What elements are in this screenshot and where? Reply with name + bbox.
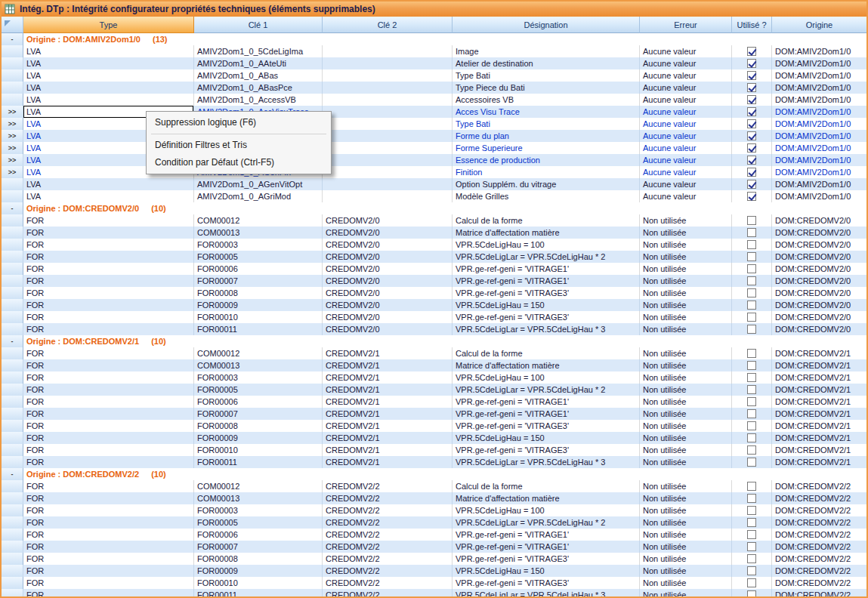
cell-cle1[interactable]: COM00013 <box>194 492 323 504</box>
column-header-cle1[interactable]: Clé 1 <box>194 17 323 33</box>
used-checkbox[interactable] <box>747 192 756 201</box>
cell-designation[interactable]: Essence de production <box>453 154 640 166</box>
select-all-corner[interactable] <box>2 17 23 33</box>
row-selector[interactable] <box>2 251 23 263</box>
cell-utilise[interactable] <box>732 553 772 565</box>
row-selector[interactable] <box>2 529 23 541</box>
cell-type[interactable]: FOR <box>23 480 194 492</box>
row-selector[interactable] <box>2 456 23 468</box>
used-checkbox[interactable] <box>747 168 756 177</box>
used-checkbox[interactable] <box>747 482 756 491</box>
cell-designation[interactable]: VPR.5CdeLigHau = 150 <box>453 565 640 577</box>
cell-cle2[interactable] <box>323 142 453 154</box>
table-row[interactable]: LVAAMIV2Dom1_0_AGriModModèle GrillesAucu… <box>2 190 866 202</box>
cell-erreur[interactable]: Non utilisée <box>640 553 732 565</box>
cell-cle1[interactable]: AMIV2Dom1_0_5CdeLigIma <box>194 45 323 57</box>
cell-type[interactable]: FOR <box>23 239 194 251</box>
cell-designation[interactable]: VPR.ge-ref-geni = 'VITRAGE1' <box>453 408 640 420</box>
group-collapse-toggle[interactable]: - <box>2 202 23 214</box>
cell-cle2[interactable]: CREDOMV2/1 <box>323 444 453 456</box>
cell-erreur[interactable]: Non utilisée <box>640 251 732 263</box>
cell-type[interactable]: FOR <box>23 444 194 456</box>
used-checkbox[interactable] <box>747 433 756 442</box>
used-checkbox[interactable] <box>747 131 756 140</box>
cell-origine[interactable]: DOM:CREDOMV2/0 <box>772 227 866 239</box>
cell-cle2[interactable] <box>323 118 453 130</box>
row-selector[interactable] <box>2 178 23 190</box>
cell-type[interactable]: FOR <box>23 287 194 299</box>
cell-utilise[interactable] <box>732 371 772 384</box>
table-row[interactable]: FORFOR00006CREDOMV2/0VPR.ge-ref-geni = '… <box>2 263 866 275</box>
cell-designation[interactable]: Accessoires VB <box>453 94 640 106</box>
cell-erreur[interactable]: Non utilisée <box>640 263 732 275</box>
table-row[interactable]: LVAAMIV2Dom1_0_AAteUtiAtelier de destina… <box>2 57 866 69</box>
cell-utilise[interactable] <box>732 299 772 311</box>
cell-cle1[interactable]: FOR00007 <box>194 275 323 287</box>
cell-type[interactable]: FOR <box>23 275 194 287</box>
table-row[interactable]: FORFOR00005CREDOMV2/0VPR.5CdeLigLar = VP… <box>2 251 866 263</box>
table-row[interactable]: FORCOM00012CREDOMV2/1Calcul de la formeN… <box>2 347 866 359</box>
row-selector[interactable] <box>2 408 23 420</box>
cell-erreur[interactable]: Aucune valeur <box>640 190 732 202</box>
cell-utilise[interactable] <box>732 82 772 94</box>
cell-erreur[interactable]: Non utilisée <box>640 565 732 577</box>
cell-cle1[interactable]: FOR00005 <box>194 384 323 396</box>
cell-origine[interactable]: DOM:CREDOMV2/1 <box>772 384 866 396</box>
cell-type[interactable]: FOR <box>23 553 194 565</box>
used-checkbox[interactable] <box>747 409 756 418</box>
table-row[interactable]: FORFOR00003CREDOMV2/2VPR.5CdeLigHau = 10… <box>2 504 866 516</box>
used-checkbox[interactable] <box>747 445 756 455</box>
table-row[interactable]: FORFOR00010CREDOMV2/1VPR.ge-ref-geni = '… <box>2 444 866 456</box>
cell-cle2[interactable]: CREDOMV2/2 <box>323 553 453 565</box>
cell-erreur[interactable]: Non utilisée <box>640 359 732 371</box>
table-row[interactable]: FORFOR00009CREDOMV2/2VPR.5CdeLigHau = 15… <box>2 565 866 577</box>
row-selector[interactable] <box>2 504 23 516</box>
cell-type[interactable]: FOR <box>23 323 194 335</box>
cell-origine[interactable]: DOM:CREDOMV2/2 <box>772 516 866 529</box>
cell-origine[interactable]: DOM:AMIV2Dom1/0 <box>772 69 866 82</box>
cell-utilise[interactable] <box>732 178 772 190</box>
cell-type[interactable]: LVA <box>23 178 194 190</box>
cell-type[interactable]: FOR <box>23 214 194 227</box>
cell-cle2[interactable]: CREDOMV2/1 <box>323 432 453 444</box>
cell-origine[interactable]: DOM:CREDOMV2/1 <box>772 359 866 371</box>
cell-origine[interactable]: DOM:CREDOMV2/0 <box>772 311 866 323</box>
cell-erreur[interactable]: Non utilisée <box>640 275 732 287</box>
cell-utilise[interactable] <box>732 541 772 553</box>
cell-origine[interactable]: DOM:CREDOMV2/1 <box>772 456 866 468</box>
cell-utilise[interactable] <box>732 359 772 371</box>
cell-cle1[interactable]: COM00012 <box>194 480 323 492</box>
row-selector[interactable] <box>2 323 23 335</box>
cell-erreur[interactable]: Aucune valeur <box>640 82 732 94</box>
cell-type[interactable]: LVA <box>23 69 194 82</box>
table-row[interactable]: >>LVAForme SuperieureAucune valeurDOM:AM… <box>2 142 866 154</box>
row-selector[interactable] <box>2 190 23 202</box>
cell-erreur[interactable]: Non utilisée <box>640 347 732 359</box>
row-selector[interactable] <box>2 396 23 408</box>
cell-utilise[interactable] <box>732 589 772 598</box>
menu-item-suppression-logique[interactable]: Suppression logique (F6) <box>147 114 331 131</box>
row-selector[interactable]: >> <box>2 106 23 118</box>
cell-utilise[interactable] <box>732 492 772 504</box>
cell-erreur[interactable]: Non utilisée <box>640 529 732 541</box>
cell-type[interactable]: FOR <box>23 263 194 275</box>
cell-cle1[interactable]: FOR00008 <box>194 420 323 432</box>
cell-cle2[interactable] <box>323 57 453 69</box>
used-checkbox[interactable] <box>747 373 756 382</box>
cell-utilise[interactable] <box>732 287 772 299</box>
cell-origine[interactable]: DOM:AMIV2Dom1/0 <box>772 57 866 69</box>
cell-erreur[interactable]: Non utilisée <box>640 371 732 384</box>
table-row[interactable]: FORFOR00008CREDOMV2/2VPR.ge-ref-geni = '… <box>2 553 866 565</box>
used-checkbox[interactable] <box>747 421 756 430</box>
used-checkbox[interactable] <box>747 216 756 225</box>
table-row[interactable]: >>LVAAMIV2Dom1_0_AGenFinFinitionAucune v… <box>2 166 866 178</box>
cell-designation[interactable]: VPR.5CdeLigHau = 150 <box>453 299 640 311</box>
used-checkbox[interactable] <box>747 301 756 310</box>
cell-type[interactable]: FOR <box>23 577 194 589</box>
cell-type[interactable]: FOR <box>23 492 194 504</box>
row-selector[interactable] <box>2 480 23 492</box>
cell-origine[interactable]: DOM:CREDOMV2/2 <box>772 504 866 516</box>
cell-cle1[interactable]: FOR00011 <box>194 456 323 468</box>
row-selector[interactable]: >> <box>2 118 23 130</box>
used-checkbox[interactable] <box>747 180 756 189</box>
